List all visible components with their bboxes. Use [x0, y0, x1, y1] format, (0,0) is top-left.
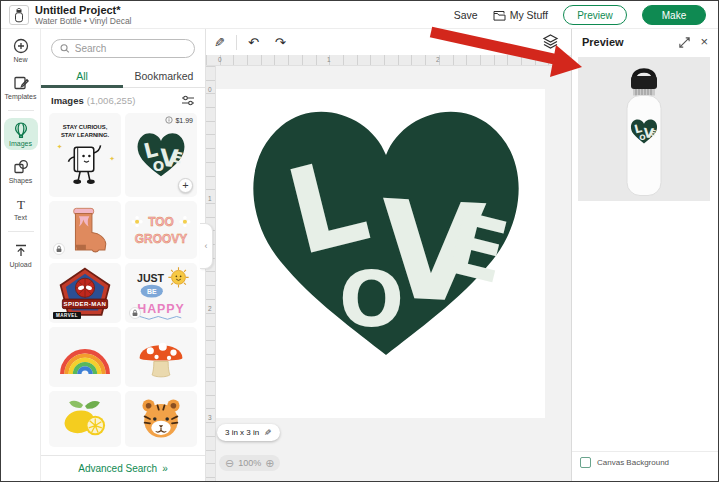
project-title[interactable]: Untitled Project* [35, 4, 132, 16]
app-window: L O V E Untitled Project* Water Bottle •… [0, 0, 719, 482]
active-tab-underline [41, 85, 123, 88]
image-tile-tiger[interactable] [125, 391, 197, 447]
svg-text:HAPPY: HAPPY [137, 302, 184, 316]
upload-icon [13, 243, 29, 259]
info-icon [165, 116, 173, 124]
zoom-in-icon[interactable]: ⊕ [265, 456, 274, 470]
lemons-art [57, 396, 113, 442]
filter-sliders-icon [181, 95, 195, 106]
canvas-background-checkbox[interactable] [580, 457, 591, 468]
rainbow-art [56, 338, 114, 376]
images-balloon-icon [13, 122, 29, 138]
canvas-background-row: Canvas Background [580, 457, 669, 468]
my-stuff-button[interactable]: My Stuff [493, 9, 548, 21]
save-button[interactable]: Save [454, 9, 478, 21]
svg-text:TOO: TOO [148, 215, 174, 229]
svg-text:STAY CURIOUS,: STAY CURIOUS, [63, 124, 108, 130]
edit-size-pencil-icon[interactable]: ✎ [264, 428, 272, 438]
preview-panel-title: Preview [582, 36, 624, 48]
results-count: (1,006,255) [87, 95, 136, 106]
rail-divider [8, 231, 34, 232]
close-icon[interactable]: × [700, 36, 708, 48]
shapes-icon [13, 159, 29, 175]
svg-text:✦: ✦ [57, 143, 63, 150]
flower-icon [131, 216, 142, 227]
canvas-background-label: Canvas Background [597, 458, 669, 467]
image-tile-just-be-happy[interactable]: ​ JUST BE HAPPY [125, 263, 197, 323]
nav-item-shapes[interactable]: Shapes [4, 155, 38, 187]
horizontal-ruler: 0 1 2 [206, 55, 571, 66]
image-tile-groovy[interactable]: TOO GROOVY [125, 201, 197, 259]
results-label: Images [51, 95, 84, 106]
svg-text:GROOVY: GROOVY [135, 232, 187, 246]
nav-item-upload[interactable]: Upload [4, 239, 38, 271]
project-thumbnail[interactable] [9, 5, 29, 25]
marvel-brand-tag: MARVEL [53, 312, 81, 319]
canvas-toolbar: ✎ ↶ ↷ [206, 29, 571, 55]
svg-text:✦: ✦ [109, 155, 115, 162]
groovy-art: TOO GROOVY [126, 207, 196, 253]
tiger-art [136, 396, 186, 442]
canvas-workspace: ✎ ↶ ↷ 0 1 2 0 1 2 3 3 in x 3 in ✎ [206, 29, 571, 481]
love-heart-design[interactable] [239, 99, 533, 370]
make-button[interactable]: Make [642, 5, 706, 25]
lock-icon [53, 243, 65, 255]
chevrons-right-icon: » [162, 463, 168, 474]
image-tile-stay-curious[interactable]: STAY CURIOUS, STAY LEARNING. ✦ ✦ [49, 113, 121, 197]
nav-item-templates[interactable]: Templates [4, 71, 38, 103]
flower-icon [179, 216, 190, 227]
expand-icon[interactable] [679, 37, 690, 48]
svg-text:T: T [17, 197, 25, 212]
preview-button[interactable]: Preview [563, 5, 627, 25]
image-tile-cowboy-boot[interactable] [49, 201, 121, 259]
zoom-control: ⊖ 100% ⊕ [219, 455, 280, 471]
nav-item-new[interactable]: New [4, 34, 38, 66]
love-heart-thumb [135, 131, 187, 179]
top-bar: Untitled Project* Water Bottle • Vinyl D… [1, 1, 718, 29]
zoom-level: 100% [238, 458, 261, 468]
svg-text:SPIDER-MAN: SPIDER-MAN [64, 300, 107, 307]
mushroom-art [136, 332, 186, 382]
search-box[interactable] [51, 39, 195, 58]
panel-collapse-handle[interactable]: ‹ [200, 223, 213, 269]
filter-button[interactable] [181, 95, 195, 106]
project-subtitle: Water Bottle • Vinyl Decal [35, 16, 132, 26]
image-tile-mushroom[interactable] [125, 327, 197, 387]
svg-text:STAY LEARNING.: STAY LEARNING. [61, 132, 110, 138]
nav-item-text[interactable]: T Text [4, 192, 38, 224]
cowboy-boot-art [59, 204, 111, 256]
tile-price: $1.99 [175, 117, 193, 124]
redo-icon[interactable]: ↷ [267, 35, 294, 50]
pencil-icon[interactable]: ✎ [206, 35, 233, 50]
image-results-grid: STAY CURIOUS, STAY LEARNING. ✦ ✦ [49, 113, 197, 447]
water-bottle-preview [622, 63, 666, 201]
undo-icon[interactable]: ↶ [240, 35, 267, 50]
advanced-search-link[interactable]: Advanced Search » [41, 455, 205, 481]
image-tile-love-heart[interactable]: $1.99 + [125, 113, 197, 197]
image-tile-rainbow[interactable] [49, 327, 121, 387]
canvas-size-chip[interactable]: 3 in x 3 in ✎ [217, 424, 280, 441]
add-image-button[interactable]: + [178, 178, 193, 193]
stay-curious-art: STAY CURIOUS, STAY LEARNING. ✦ ✦ [49, 115, 121, 195]
rail-divider [8, 110, 34, 111]
product-preview-image [578, 57, 710, 201]
preview-panel: Preview × Canvas Ba [571, 29, 718, 481]
lock-icon [129, 307, 141, 319]
folder-icon [493, 10, 506, 21]
water-bottle-icon [14, 7, 24, 23]
tab-bookmarked[interactable]: Bookmarked [123, 65, 205, 87]
sun-icon [168, 267, 188, 287]
image-tile-spider-man[interactable]: SPIDER-MAN MARVEL [49, 263, 121, 323]
svg-text:BE: BE [147, 288, 157, 295]
zoom-out-icon[interactable]: ⊖ [225, 456, 234, 470]
text-icon: T [13, 196, 29, 212]
layers-icon[interactable] [542, 33, 559, 54]
nav-item-images[interactable]: Images [4, 118, 38, 150]
panel-tabs: All Bookmarked [41, 65, 205, 88]
nav-rail: New Templates Images Shapes [1, 29, 41, 481]
toolbar-divider [236, 35, 237, 50]
search-icon [60, 43, 70, 54]
image-tile-lemons[interactable] [49, 391, 121, 447]
search-input[interactable] [75, 43, 186, 54]
tab-all[interactable]: All [41, 65, 123, 87]
